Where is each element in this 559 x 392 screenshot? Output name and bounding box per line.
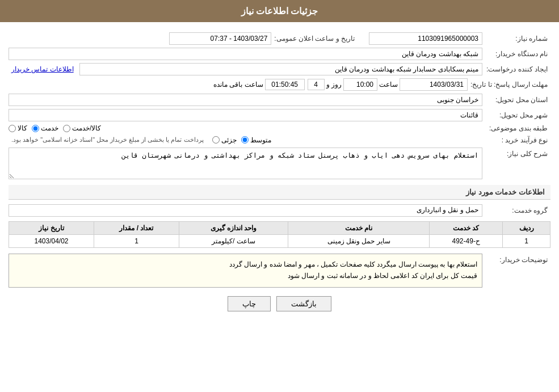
services-table: ردیف کد خدمت نام خدمت واحد اندازه گیری ت… bbox=[9, 221, 550, 248]
cell-date: 1403/04/02 bbox=[9, 235, 94, 248]
purchase-jazei-option[interactable]: جزئی bbox=[212, 136, 237, 144]
col-qty: تعداد / مقدار bbox=[94, 222, 179, 235]
buyer-name-value: شبکه بهداشت ودرمان قاین bbox=[9, 48, 482, 60]
purchase-note: پرداخت تمام یا بخشی از مبلغ خریداز محل "… bbox=[9, 135, 207, 145]
date-label: تاریخ و ساعت اعلان عمومی: bbox=[271, 35, 358, 43]
creator-label: ایجاد کننده درخواست: bbox=[482, 65, 550, 73]
col-code: کد خدمت bbox=[430, 222, 503, 235]
response-time-label: ساعت bbox=[377, 81, 400, 88]
page-title: جزئیات اطلاعات نیاز bbox=[241, 6, 318, 16]
col-unit: واحد اندازه گیری bbox=[179, 222, 288, 235]
category-label: طبقه بندی موضوعی: bbox=[482, 124, 550, 132]
contact-link[interactable]: اطلاعات تماس خریدار bbox=[11, 65, 74, 73]
category-kala-label: کالا bbox=[18, 124, 27, 132]
back-button[interactable]: بازگشت bbox=[276, 296, 331, 311]
creator-value: مینم بسکابادی حسابدار شبکه بهداشت ودرمان… bbox=[79, 63, 482, 75]
cell-unit: ساعت /کیلومتر bbox=[179, 235, 288, 248]
cell-row: 1 bbox=[503, 235, 550, 248]
service-group-label: گروه خدمت: bbox=[482, 206, 550, 214]
col-name: نام خدمت bbox=[288, 222, 429, 235]
need-number-value: 1103091965000003 bbox=[369, 32, 482, 45]
city-value: قائنات bbox=[9, 109, 482, 121]
cell-name: سایر حمل ونقل زمینی bbox=[288, 235, 429, 248]
response-days-value: 4 bbox=[308, 79, 325, 90]
buttons-row: بازگشت چاپ bbox=[9, 296, 550, 311]
category-kala-khadamat-option[interactable]: کالا/خدمت bbox=[63, 124, 101, 132]
category-kala-khadamat-label: کالا/خدمت bbox=[72, 124, 101, 132]
category-khadamat-option[interactable]: خدمت bbox=[32, 124, 58, 132]
col-date: تاریخ نیاز bbox=[9, 222, 94, 235]
need-description-label: شرح کلی نیاز: bbox=[482, 147, 550, 158]
cell-code: ح-49-492 bbox=[430, 235, 503, 248]
need-description-textarea[interactable]: استعلام بهای سرویس دهی ایاب و ذهاب پرسنل… bbox=[9, 147, 482, 179]
response-date-value: 1403/03/31 bbox=[400, 78, 468, 91]
buyer-notes-value: استعلام بها به پیوست ارسال میگردد کلیه ص… bbox=[9, 254, 482, 288]
purchase-type-label: نوع فرآیند خرید : bbox=[482, 136, 550, 144]
service-group-value: حمل و نقل و انبارداری bbox=[9, 204, 482, 217]
table-row: 1ح-49-492سایر حمل ونقل زمینیساعت /کیلومت… bbox=[9, 235, 550, 248]
province-value: خراسان جنوبی bbox=[9, 94, 482, 106]
service-info-title: اطلاعات خدمات مورد نیاز bbox=[9, 185, 550, 200]
response-time-value: 10:00 bbox=[343, 78, 377, 91]
date-value: 1403/03/27 - 07:37 bbox=[169, 32, 271, 45]
province-label: استان محل تحویل: bbox=[482, 96, 550, 104]
purchase-motavaset-label: متوسط bbox=[250, 136, 271, 144]
need-number-label: شماره نیاز: bbox=[482, 35, 550, 43]
cell-qty: 1 bbox=[94, 235, 179, 248]
page-header: جزئیات اطلاعات نیاز bbox=[0, 0, 559, 22]
purchase-motavaset-option[interactable]: متوسط bbox=[241, 136, 271, 144]
city-label: شهر محل تحویل: bbox=[482, 111, 550, 119]
response-countdown-value: 01:50:45 bbox=[265, 79, 305, 90]
purchase-jazei-label: جزئی bbox=[221, 136, 237, 144]
response-days-label: روز و bbox=[325, 81, 343, 88]
print-button[interactable]: چاپ bbox=[228, 296, 271, 311]
category-khadamat-label: خدمت bbox=[41, 124, 58, 132]
buyer-notes-label: توضیحات خریدار: bbox=[482, 254, 550, 264]
response-deadline-label: مهلت ارسال پاسخ: تا تاریخ: bbox=[468, 81, 550, 88]
category-kala-option[interactable]: کالا bbox=[9, 124, 27, 132]
col-row: ردیف bbox=[503, 222, 550, 235]
buyer-name-label: نام دستگاه خریدار: bbox=[482, 50, 550, 58]
response-remaining-label: ساعت باقی مانده bbox=[212, 81, 265, 88]
